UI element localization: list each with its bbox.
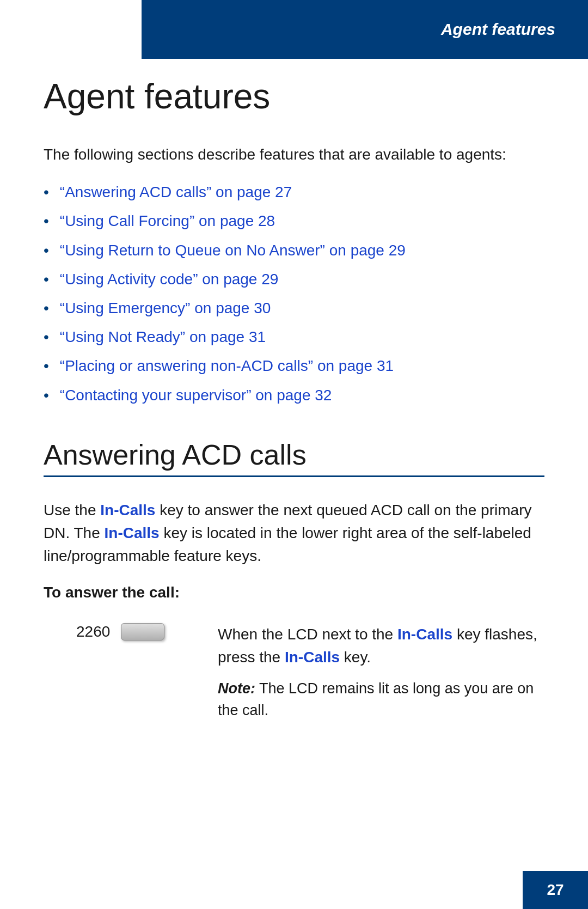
section-body: Use the In-Calls key to answer the next … [44, 499, 544, 568]
link-activity-code[interactable]: “Using Activity code” on page 29 [60, 269, 279, 290]
step-left: 2260 [76, 623, 207, 640]
step-description: When the LCD next to the In-Calls key fl… [207, 623, 544, 722]
note-text: Note: The LCD remains lit as long as you… [218, 678, 544, 722]
step-number: 2260 [76, 623, 110, 640]
bullet-icon: • [44, 297, 49, 319]
subsection-label: To answer the call: [44, 584, 544, 601]
list-item: • “Using Call Forcing” on page 28 [44, 210, 544, 231]
link-non-acd-calls[interactable]: “Placing or answering non-ACD calls” on … [60, 355, 394, 376]
list-item: • “Contacting your supervisor” on page 3… [44, 385, 544, 406]
in-calls-ref-3: In-Calls [397, 626, 452, 643]
header-title: Agent features [441, 20, 555, 39]
bullet-icon: • [44, 355, 49, 376]
main-content: Agent features The following sections de… [44, 76, 544, 738]
link-supervisor[interactable]: “Contacting your supervisor” on page 32 [60, 385, 332, 406]
key-icon [121, 623, 164, 640]
list-item: • “Answering ACD calls” on page 27 [44, 181, 544, 203]
list-item: • “Using Emergency” on page 30 [44, 297, 544, 319]
body-text-1: Use the [44, 502, 100, 518]
bullet-icon: • [44, 385, 49, 406]
bullet-icon: • [44, 240, 49, 261]
instruction-row: 2260 When the LCD next to the In-Calls k… [76, 623, 544, 722]
bullet-icon: • [44, 210, 49, 231]
link-return-to-queue[interactable]: “Using Return to Queue on No Answer” on … [60, 240, 406, 261]
bullet-icon: • [44, 181, 49, 203]
in-calls-ref-2: In-Calls [105, 524, 160, 541]
step-desc-3: key. [340, 649, 371, 666]
footer-page: 27 [523, 871, 588, 909]
list-item: • “Using Not Ready” on page 31 [44, 326, 544, 347]
bullet-icon: • [44, 269, 49, 290]
page-number: 27 [547, 881, 564, 899]
link-list: • “Answering ACD calls” on page 27 • “Us… [44, 181, 544, 406]
note-body: The LCD remains lit as long as you are o… [218, 680, 534, 719]
note-label: Note: [218, 680, 255, 697]
in-calls-ref-4: In-Calls [285, 649, 340, 666]
in-calls-ref-1: In-Calls [100, 502, 155, 518]
link-not-ready[interactable]: “Using Not Ready” on page 31 [60, 326, 266, 347]
link-answering-acd[interactable]: “Answering ACD calls” on page 27 [60, 181, 292, 203]
page-title: Agent features [44, 76, 544, 117]
list-item: • “Using Activity code” on page 29 [44, 269, 544, 290]
link-emergency[interactable]: “Using Emergency” on page 30 [60, 297, 271, 319]
header-bar: Agent features [142, 0, 588, 59]
bullet-icon: • [44, 326, 49, 347]
section-divider [44, 475, 544, 477]
list-item: • “Placing or answering non-ACD calls” o… [44, 355, 544, 376]
list-item: • “Using Return to Queue on No Answer” o… [44, 240, 544, 261]
step-desc-1: When the LCD next to the [218, 626, 397, 643]
intro-text: The following sections describe features… [44, 144, 544, 165]
link-call-forcing[interactable]: “Using Call Forcing” on page 28 [60, 210, 275, 231]
section-title: Answering ACD calls [44, 438, 544, 471]
